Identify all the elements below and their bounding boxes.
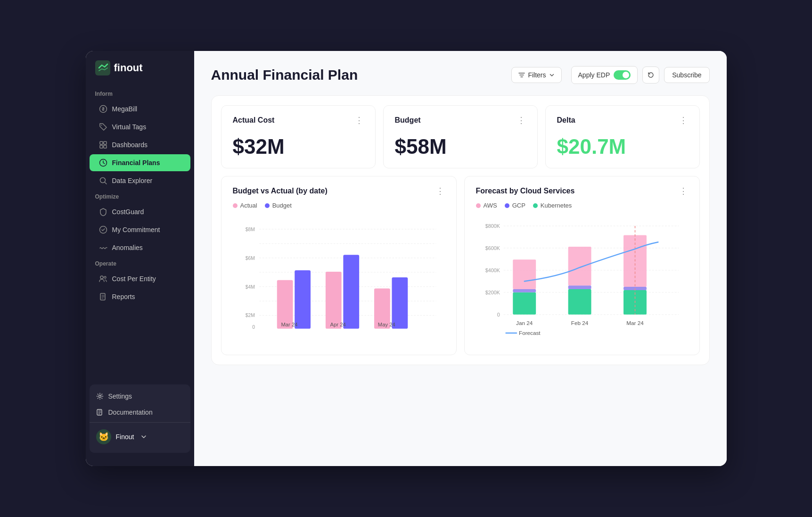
data-explorer-icon [99, 176, 107, 185]
chevron-down-icon [140, 434, 147, 440]
bar-mar-budget [295, 270, 311, 329]
bar-chart: $8M $6M $4M $2M 0 [233, 217, 445, 339]
bar-jan-k8s [513, 292, 536, 315]
bar-feb-aws [568, 247, 591, 285]
budget-vs-actual-header: Budget vs Actual (by date) ⋮ [233, 186, 445, 196]
sidebar-item-virtual-tags[interactable]: Virtual Tags [90, 118, 190, 135]
budget-card: Budget ⋮ $58M [383, 105, 538, 168]
budget-header: Budget ⋮ [395, 115, 526, 125]
sidebar-item-anomalies[interactable]: Anomalies [90, 239, 190, 256]
svg-text:0: 0 [252, 325, 255, 330]
svg-text:$200K: $200K [485, 290, 500, 295]
svg-rect-5 [100, 145, 103, 148]
legend-actual: Actual [233, 202, 257, 209]
settings-item[interactable]: Settings [90, 388, 190, 404]
edp-toggle[interactable] [614, 70, 631, 80]
svg-text:Feb 24: Feb 24 [571, 320, 588, 326]
forecast-chart-area: $800K $600K $400K $200K 0 [476, 217, 688, 339]
actual-cost-header: Actual Cost ⋮ [233, 115, 364, 125]
svg-point-2 [101, 125, 102, 126]
budget-dot [265, 203, 270, 208]
virtual-tags-label: Virtual Tags [112, 123, 147, 131]
forecast-legend: AWS GCP Kubernetes [476, 202, 688, 209]
reports-label: Reports [112, 293, 135, 300]
chevron-down-icon [549, 72, 555, 78]
users-icon [99, 275, 107, 283]
documentation-item[interactable]: Documentation [90, 404, 190, 420]
bar-may-budget [392, 277, 408, 329]
svg-text:$400K: $400K [485, 267, 500, 273]
settings-label: Settings [108, 392, 132, 400]
forecast-chart-svg: $800K $600K $400K $200K 0 [476, 217, 688, 339]
dollar-circle-icon [99, 105, 107, 113]
sidebar-item-my-commitment[interactable]: My Commitment [90, 221, 190, 238]
svg-text:Apr 24: Apr 24 [330, 322, 345, 327]
sidebar-item-costguard[interactable]: CostGuard [90, 203, 190, 220]
megabill-label: MegaBill [112, 105, 138, 113]
subscribe-button[interactable]: Subscribe [664, 67, 709, 83]
main-content: Annual Financial Plan Filters Apply EDP … [194, 51, 727, 466]
svg-text:Mar 24: Mar 24 [626, 320, 644, 326]
svg-text:0: 0 [497, 312, 500, 317]
aws-dot [476, 203, 481, 208]
sidebar: finout Inform MegaBill Virtual Tags Dash… [86, 51, 194, 466]
svg-point-11 [104, 276, 106, 278]
user-name: Finout [116, 433, 134, 441]
header-controls: Filters Apply EDP Subscribe [511, 66, 709, 84]
refresh-button[interactable] [642, 67, 659, 83]
budget-title: Budget [395, 116, 421, 125]
sidebar-item-reports[interactable]: Reports [90, 288, 190, 305]
sidebar-item-data-explorer[interactable]: Data Explorer [90, 172, 190, 189]
wave-icon [99, 243, 107, 252]
actual-cost-menu[interactable]: ⋮ [355, 115, 364, 125]
sidebar-item-megabill[interactable]: MegaBill [90, 100, 190, 117]
settings-icon [96, 392, 104, 400]
documentation-label: Documentation [108, 409, 153, 416]
svg-point-8 [100, 178, 105, 183]
forecast-header: Forecast by Cloud Services ⋮ [476, 186, 688, 196]
delta-menu[interactable]: ⋮ [679, 115, 688, 125]
section-label-inform: Inform [86, 87, 194, 100]
sidebar-item-dashboards[interactable]: Dashboards [90, 136, 190, 153]
svg-rect-0 [95, 60, 110, 75]
clock-icon [99, 158, 107, 167]
legend-aws: AWS [476, 202, 497, 209]
svg-rect-4 [104, 142, 107, 144]
actual-dot [233, 203, 238, 208]
page-header: Annual Financial Plan Filters Apply EDP … [211, 66, 710, 84]
filters-label: Filters [528, 71, 546, 79]
charts-row: Budget vs Actual (by date) ⋮ Actual Budg… [221, 176, 700, 355]
sidebar-bottom: Settings Documentation 🐱 Finout [90, 384, 190, 453]
forecast-card: Forecast by Cloud Services ⋮ AWS GCP [464, 176, 700, 355]
apply-edp-control[interactable]: Apply EDP [571, 66, 638, 84]
k8s-dot [533, 203, 538, 208]
bar-feb-gcp [568, 285, 591, 289]
actual-cost-card: Actual Cost ⋮ $32M [221, 105, 376, 168]
forecast-title: Forecast by Cloud Services [476, 187, 575, 195]
file-icon [99, 292, 107, 301]
bar-feb-k8s [568, 289, 591, 315]
budget-vs-actual-menu[interactable]: ⋮ [436, 186, 445, 196]
commitment-icon [99, 225, 107, 234]
svg-rect-6 [104, 145, 107, 148]
svg-point-10 [100, 276, 103, 279]
forecast-menu[interactable]: ⋮ [679, 186, 688, 196]
user-row[interactable]: 🐱 Finout [90, 425, 190, 449]
forecast-legend-label: Forecast [518, 330, 540, 336]
svg-text:$8M: $8M [245, 227, 254, 232]
app-name: finout [114, 62, 143, 74]
budget-menu[interactable]: ⋮ [517, 115, 526, 125]
svg-text:$4M: $4M [245, 284, 254, 290]
grid-icon [99, 141, 107, 149]
delta-value: $20.7M [557, 135, 688, 158]
costguard-label: CostGuard [112, 208, 144, 216]
filters-button[interactable]: Filters [511, 67, 561, 83]
budget-vs-actual-legend: Actual Budget [233, 202, 445, 209]
actual-cost-title: Actual Cost [233, 116, 275, 125]
sidebar-item-financial-plans[interactable]: Financial Plans [90, 154, 190, 171]
sidebar-item-cost-per-entity[interactable]: Cost Per Entity [90, 270, 190, 287]
legend-budget: Budget [265, 202, 292, 209]
bar-jan-aws [513, 259, 536, 289]
section-label-operate: Operate [86, 257, 194, 270]
legend-kubernetes: Kubernetes [533, 202, 572, 209]
